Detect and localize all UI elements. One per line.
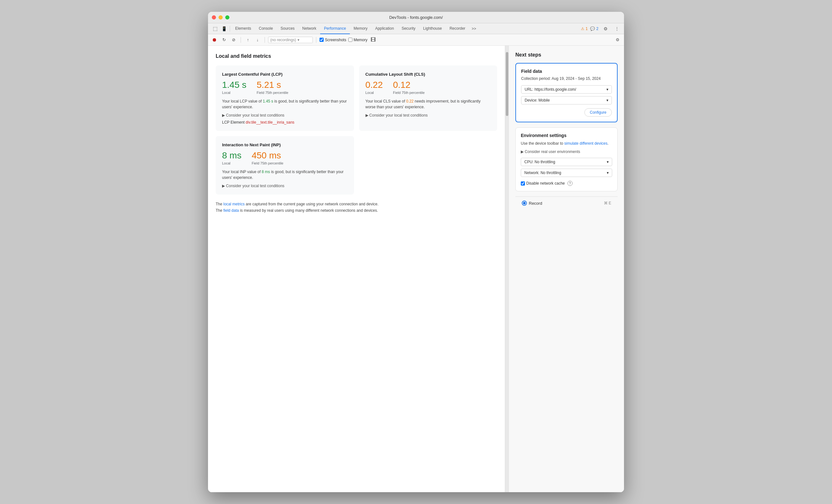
lcp-consider-link[interactable]: ▶ Consider your local test conditions: [222, 113, 348, 117]
tab-performance[interactable]: Performance: [320, 23, 350, 34]
cls-description: Your local CLS value of 0.22 needs impro…: [365, 98, 491, 110]
tab-security[interactable]: Security: [398, 23, 419, 34]
inp-description: Your local INP value of 8 ms is good, bu…: [222, 169, 348, 181]
cls-local-block: 0.22 Local: [365, 80, 383, 95]
record-button-main[interactable]: Record: [522, 201, 542, 206]
simulate-devices-link[interactable]: simulate different devices: [564, 141, 607, 145]
inp-field-label: Field 75th percentile: [252, 161, 283, 165]
cls-local-value: 0.22: [365, 80, 383, 89]
lcp-values: 1.45 s Local 5.21 s Field 75th percentil…: [222, 80, 348, 95]
record-bar: Record ⌘ E: [515, 196, 618, 210]
close-button[interactable]: [212, 15, 216, 20]
lcp-local-label: Local: [222, 91, 246, 95]
footer-line2: The field data is measured by real users…: [216, 207, 497, 214]
cls-description-value: 0.22: [406, 99, 413, 104]
toolbar-settings-icon[interactable]: ⚙: [614, 36, 621, 44]
tab-right-actions: ⚠ 1 💬 2 ⚙ ⋮: [581, 24, 621, 33]
secondary-toolbar: ⏺ ↻ ⊘ ↑ ↓ (no recordings) ▾ Screenshots …: [208, 34, 624, 46]
lcp-field-value: 5.21 s: [257, 80, 288, 89]
device-dropdown-label: Device: Mobile: [525, 98, 550, 103]
warning-badge[interactable]: ⚠ 1: [581, 27, 588, 31]
environment-section: Environment settings Use the device tool…: [515, 128, 618, 191]
tab-recorder[interactable]: Recorder: [446, 23, 469, 34]
recording-placeholder: (no recordings): [270, 38, 296, 42]
warning-count: 1: [586, 27, 588, 31]
tab-network[interactable]: Network: [298, 23, 320, 34]
network-dropdown[interactable]: Network: No throttling ▾: [521, 169, 612, 177]
more-options-icon[interactable]: ⋮: [613, 24, 621, 33]
lcp-field-label: Field 75th percentile: [257, 91, 288, 95]
more-tabs-button[interactable]: >>: [469, 27, 478, 31]
settings-icon[interactable]: ⚙: [601, 24, 610, 33]
screenshots-checkbox[interactable]: [319, 38, 324, 42]
cls-values: 0.22 Local 0.12 Field 75th percentile: [365, 80, 491, 95]
local-metrics-link[interactable]: local metrics: [223, 202, 245, 206]
recording-select[interactable]: (no recordings) ▾: [268, 37, 313, 43]
scrollbar[interactable]: [505, 46, 509, 492]
device-dropdown[interactable]: Device: Mobile ▾: [521, 96, 612, 104]
maximize-button[interactable]: [225, 15, 229, 20]
inp-values: 8 ms Local 450 ms Field 75th percentile: [222, 151, 348, 165]
cls-consider-link[interactable]: ▶ Consider your local test conditions: [365, 113, 491, 117]
inp-card: Interaction to Next Paint (INP) 8 ms Loc…: [216, 136, 354, 194]
tab-console[interactable]: Console: [255, 23, 277, 34]
lcp-field-block: 5.21 s Field 75th percentile: [257, 80, 288, 95]
lcp-local-value: 1.45 s: [222, 80, 246, 89]
scrollbar-thumb[interactable]: [506, 52, 508, 116]
env-description: Use the device toolbar to simulate diffe…: [521, 140, 612, 146]
cls-field-block: 0.12 Field 75th percentile: [393, 80, 425, 95]
message-count: 2: [596, 27, 598, 31]
record-circle-icon: [522, 201, 527, 206]
configure-button[interactable]: Configure: [584, 108, 612, 116]
devtools-window: DevTools - fonts.google.com/ ⬚ 📱 Element…: [208, 12, 624, 492]
lcp-element-link[interactable]: div.tile__text.tile__inria_sans: [246, 120, 294, 125]
configure-container: Configure: [521, 108, 612, 116]
titlebar: DevTools - fonts.google.com/: [208, 12, 624, 23]
field-data-link[interactable]: field data: [223, 208, 239, 213]
lcp-card: Largest Contentful Paint (LCP) 1.45 s Lo…: [216, 65, 354, 131]
inp-consider-link[interactable]: ▶ Consider your local test conditions: [222, 184, 348, 188]
info-badge[interactable]: 💬 2: [590, 27, 598, 31]
url-dropdown[interactable]: URL: https://fonts.google.com/ ▾: [521, 85, 612, 94]
device-toolbar-icon[interactable]: 📱: [219, 24, 229, 33]
field-data-card: Field data Collection period: Aug 19, 20…: [515, 63, 618, 122]
selector-tool-icon[interactable]: ⬚: [211, 24, 219, 33]
help-icon[interactable]: ?: [568, 181, 573, 186]
footer-line1: The local metrics are captured from the …: [216, 201, 497, 207]
footer-text: The local metrics are captured from the …: [216, 201, 497, 214]
message-icon: 💬: [590, 27, 595, 31]
tab-application[interactable]: Application: [371, 23, 398, 34]
window-title: DevTools - fonts.google.com/: [389, 15, 443, 20]
tab-elements[interactable]: Elements: [231, 23, 255, 34]
inp-field-value: 450 ms: [252, 151, 283, 160]
minimize-button[interactable]: [218, 15, 223, 20]
tab-sources[interactable]: Sources: [277, 23, 298, 34]
memory-checkbox[interactable]: [348, 38, 353, 42]
clear-button[interactable]: ⊘: [230, 36, 237, 44]
tab-lighthouse[interactable]: Lighthouse: [419, 23, 446, 34]
tab-memory[interactable]: Memory: [350, 23, 371, 34]
cpu-dropdown[interactable]: CPU: No throttling ▾: [521, 158, 612, 166]
lcp-description-value: 1.45 s: [263, 99, 273, 104]
memory-checkbox-label[interactable]: Memory: [348, 38, 367, 42]
env-title: Environment settings: [521, 133, 612, 138]
disable-cache-label[interactable]: Disable network cache ?: [521, 181, 612, 186]
screenshots-checkbox-label[interactable]: Screenshots: [319, 38, 346, 42]
network-dropdown-arrow: ▾: [607, 170, 609, 175]
memory-label: Memory: [354, 38, 367, 42]
record-label: Record: [529, 201, 542, 206]
cls-local-label: Local: [365, 91, 383, 95]
record-button[interactable]: ⏺: [211, 36, 218, 44]
consider-real-user-link[interactable]: ▶ Consider real user environments: [521, 150, 612, 154]
warning-icon: ⚠: [581, 27, 584, 31]
traffic-lights: [212, 15, 229, 20]
disable-cache-checkbox[interactable]: [521, 181, 525, 186]
reload-record-button[interactable]: ↻: [220, 36, 228, 44]
upload-button[interactable]: ↑: [244, 36, 252, 44]
dropdown-arrow: ▾: [297, 38, 300, 42]
download-button[interactable]: ↓: [254, 36, 261, 44]
cls-field-value: 0.12: [393, 80, 425, 89]
disable-cache-text: Disable network cache: [526, 181, 565, 186]
filmstrip-icon[interactable]: 🎞: [369, 36, 377, 44]
cls-title: Cumulative Layout Shift (CLS): [365, 72, 491, 77]
